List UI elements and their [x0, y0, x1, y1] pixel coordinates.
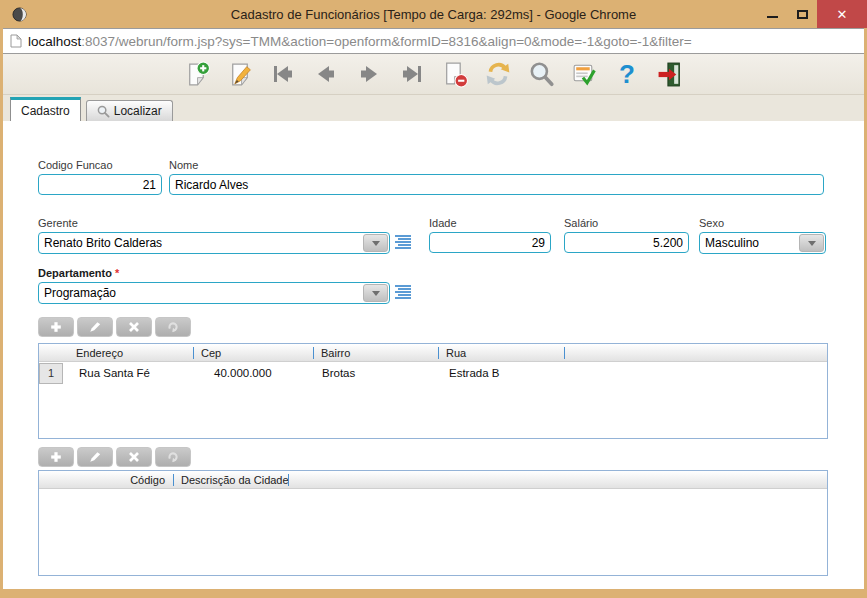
url-text: localhost:8037/webrun/form.jsp?sys=TMM&a… — [28, 34, 692, 49]
new-record-icon — [183, 61, 211, 88]
app-icon — [12, 7, 27, 22]
minimize-button[interactable] — [757, 0, 787, 28]
delete-row-button[interactable] — [116, 447, 152, 467]
confirm-button[interactable] — [569, 59, 599, 89]
tab-bar: Cadastro Localizar — [3, 95, 864, 121]
codigo-funcao-input[interactable] — [38, 174, 162, 195]
browser-window: Cadastro de Funcionários [Tempo de Carga… — [0, 0, 867, 598]
idade-input[interactable] — [429, 232, 551, 253]
previous-record-button[interactable] — [311, 59, 341, 89]
magnifier-icon — [97, 105, 110, 118]
exit-button[interactable] — [655, 59, 685, 89]
edit-row-button[interactable] — [77, 317, 113, 337]
tab-cadastro[interactable]: Cadastro — [10, 97, 81, 121]
gerente-list-icon[interactable] — [394, 235, 412, 250]
refresh-icon — [165, 320, 181, 334]
edit-record-button[interactable] — [225, 59, 255, 89]
cell-cep: 40.000.000 — [193, 367, 313, 379]
departamento-value: Programação — [44, 286, 116, 300]
new-record-button[interactable] — [182, 59, 212, 89]
last-record-icon — [399, 61, 425, 87]
city-grid-header: Código Descrisção da Cidade — [39, 471, 827, 489]
departamento-label: Departamento* — [38, 267, 390, 279]
refresh-icon — [165, 450, 181, 464]
url-host: localhost — [28, 34, 81, 49]
refresh-rows-button[interactable] — [155, 447, 191, 467]
city-grid-toolbar — [38, 447, 191, 467]
column-header-descricao-cidade: Descrisção da Cidade — [173, 471, 288, 488]
delete-record-icon — [441, 61, 469, 88]
column-header-blank — [288, 471, 827, 488]
add-row-button[interactable] — [38, 317, 74, 337]
x-icon — [126, 450, 142, 464]
maximize-button[interactable] — [787, 0, 817, 28]
table-row[interactable]: 1 Rua Santa Fé 40.000.000 Brotas Estrada… — [39, 362, 827, 384]
title-bar[interactable]: Cadastro de Funcionários [Tempo de Carga… — [0, 0, 867, 28]
departamento-list-icon[interactable] — [394, 285, 412, 300]
rownum-column-header — [39, 344, 63, 361]
svg-text:?: ? — [619, 60, 635, 88]
window-title: Cadastro de Funcionários [Tempo de Carga… — [0, 7, 867, 22]
column-header-blank — [564, 344, 827, 361]
sexo-combobox[interactable]: Masculino — [699, 232, 826, 254]
address-grid: Endereço Cep Bairro Rua 1 Rua Santa Fé 4… — [38, 343, 828, 439]
nome-input[interactable] — [169, 174, 824, 195]
exit-icon — [656, 61, 684, 88]
address-grid-toolbar — [38, 317, 191, 337]
delete-record-button[interactable] — [440, 59, 470, 89]
last-record-button[interactable] — [397, 59, 427, 89]
chevron-down-icon — [808, 241, 816, 246]
next-record-icon — [356, 61, 382, 87]
cell-rua: Estrada B — [438, 367, 564, 379]
departamento-combobox[interactable]: Programação — [38, 282, 390, 304]
close-button[interactable]: ✕ — [817, 0, 867, 28]
pencil-icon — [87, 320, 103, 334]
column-header-bairro: Bairro — [313, 344, 438, 361]
cell-endereco: Rua Santa Fé — [63, 367, 193, 379]
first-record-button[interactable] — [268, 59, 298, 89]
form-content: Codigo Funcao Nome Gerente Renato Brito … — [3, 121, 864, 589]
delete-row-button[interactable] — [116, 317, 152, 337]
edit-row-button[interactable] — [77, 447, 113, 467]
column-header-codigo: Código — [39, 471, 173, 488]
refresh-button[interactable] — [483, 59, 513, 89]
sexo-dropdown-button[interactable] — [799, 234, 824, 252]
gerente-dropdown-button[interactable] — [363, 234, 388, 252]
address-bar[interactable]: localhost:8037/webrun/form.jsp?sys=TMM&a… — [3, 28, 864, 54]
city-grid: Código Descrisção da Cidade — [38, 470, 828, 576]
gerente-value: Renato Brito Calderas — [44, 236, 162, 250]
add-row-button[interactable] — [38, 447, 74, 467]
sexo-label: Sexo — [699, 217, 826, 229]
departamento-dropdown-button[interactable] — [363, 284, 388, 302]
required-marker: * — [115, 267, 119, 279]
sexo-value: Masculino — [705, 236, 759, 250]
salario-input[interactable] — [564, 232, 689, 253]
page-icon — [10, 34, 22, 48]
url-path: :8037/webrun/form.jsp?sys=TMM&action=ope… — [81, 34, 691, 49]
refresh-rows-button[interactable] — [155, 317, 191, 337]
main-toolbar: ? — [3, 54, 864, 95]
confirm-icon — [570, 61, 598, 88]
browser-frame: localhost:8037/webrun/form.jsp?sys=TMM&a… — [3, 28, 864, 589]
minimize-icon — [767, 16, 778, 18]
salario-label: Salário — [564, 217, 689, 229]
gerente-combobox[interactable]: Renato Brito Calderas — [38, 232, 390, 254]
tab-localizar[interactable]: Localizar — [86, 100, 173, 121]
edit-record-icon — [226, 61, 254, 88]
address-grid-header: Endereço Cep Bairro Rua — [39, 344, 827, 362]
chevron-down-icon — [372, 241, 380, 246]
help-button[interactable]: ? — [612, 59, 642, 89]
column-header-cep: Cep — [193, 344, 313, 361]
nome-label: Nome — [169, 159, 824, 171]
maximize-icon — [797, 10, 808, 19]
pencil-icon — [87, 450, 103, 464]
previous-record-icon — [313, 61, 339, 87]
next-record-button[interactable] — [354, 59, 384, 89]
x-icon — [126, 320, 142, 334]
plus-icon — [48, 450, 64, 464]
plus-icon — [48, 320, 64, 334]
search-button[interactable] — [526, 59, 556, 89]
chevron-down-icon — [372, 291, 380, 296]
codigo-funcao-label: Codigo Funcao — [38, 159, 162, 171]
row-number[interactable]: 1 — [39, 363, 63, 384]
